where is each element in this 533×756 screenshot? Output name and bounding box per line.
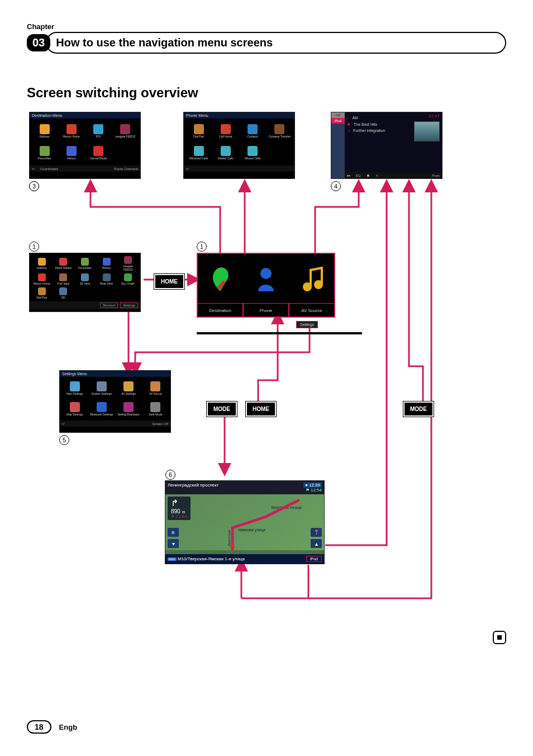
map-canvas[interactable]: ↱ 890 m ⚑ 2.1 km Миусская площа Чаянова … [165,494,324,550]
back-icon[interactable]: ↩ [32,167,35,171]
callout-3: 3 [29,181,39,191]
back-icon[interactable]: ↩ [62,422,65,426]
callout-1-right: 1 [197,242,207,252]
sc-address-icon[interactable]: Address [32,256,52,271]
destination-menu-screen: Destination Menu Address Return Home POI… [29,112,141,179]
sc-eco-icon[interactable]: Eco Graph [118,273,138,285]
destination-tab[interactable]: Destination [197,304,243,317]
av-sound-icon[interactable]: AV Sound [143,379,168,398]
av-settings-icon[interactable]: AV Settings [116,379,141,398]
sc-rearview-icon[interactable]: Rear View [97,273,117,285]
stop-control-icon[interactable]: ⏹ [367,174,370,177]
replicator-icon[interactable]: Setting Replicator [116,400,141,419]
dest-footer: ↩ Coordinates Route Overview [30,166,140,172]
callout-4: 4 [331,181,341,191]
system-settings-icon[interactable]: System Settings [89,379,114,398]
genre-label: Pops [432,174,440,177]
album-art [414,121,440,141]
map-ipod-button[interactable]: iPod [306,556,322,562]
contacts-transfer-icon[interactable]: Contacts Transfer [267,121,292,141]
cancel-route-icon[interactable]: Cancel Route [86,143,111,164]
top-menu-tabs: Destination Phone AV Source [197,304,335,317]
sc-feeds-icon[interactable]: navgate FEEDS [118,256,138,271]
sc-history-icon[interactable]: History [97,256,117,271]
shuffle-icon[interactable]: ⤮ [375,173,378,177]
phone-tab[interactable]: Phone [243,304,289,317]
sc-2d-icon[interactable]: 2D View [75,273,95,285]
dial-pad-icon[interactable]: Dial Pad [186,121,211,141]
sc-sd-icon[interactable]: SD [54,287,74,299]
zoom-in-icon[interactable]: ▴ [311,539,322,548]
favourites-icon[interactable]: Favourites [32,143,57,164]
sc-dialpad-icon[interactable]: Dial Pad [32,287,52,299]
header-row: 03 How to use the navigation menu screen… [27,32,506,54]
page-container: Chapter 03 How to use the navigation men… [0,0,533,756]
home-button-1[interactable]: HOME [154,274,184,289]
back-icon[interactable]: ↩ [186,167,189,171]
missed-calls-icon[interactable]: Missed Calls [240,143,265,164]
av-source-tab[interactable]: AV Source [289,304,335,317]
under-bar [197,332,362,334]
dialled-calls-icon[interactable]: Dialled Calls [213,143,238,164]
music-big-icon[interactable] [299,264,324,292]
dest-big-icon[interactable] [208,264,232,292]
page-title: How to use the navigation menu screens [56,36,496,49]
callout-5: 5 [59,435,69,445]
off-button[interactable]: Off [331,112,345,118]
poi-icon[interactable]: POI [86,121,111,141]
phone-big-icon[interactable] [254,264,278,292]
track-row: ♪Aki [347,115,440,121]
contacts-icon[interactable]: Contacts [240,121,265,141]
stop-icon [493,631,506,644]
navi-settings-icon[interactable]: Navi Settings [62,379,87,398]
eq-button[interactable]: EQ [356,174,361,177]
shortcut-menu-screen: Address Petrol Station Favourites Histor… [29,253,141,312]
history-icon[interactable]: History [59,143,84,164]
section-title: Screen switching overview [27,85,506,101]
call-home-icon[interactable]: Call Home [213,121,238,141]
home-button-2[interactable]: HOME [246,401,276,417]
top-street: Ленинградский проспект [168,483,218,493]
navgate-feeds-icon[interactable]: navgate FEEDS [113,121,138,141]
zoom-out-icon[interactable]: ▾ [168,539,179,548]
map-settings-icon[interactable]: Map Settings [62,400,87,419]
language-code: Engb [59,723,78,731]
settings-tab[interactable]: Settings [296,321,318,328]
bluetooth-settings-icon[interactable]: Bluetooth Settings [89,400,114,419]
bottom-street: М10/Тверская-Ямская 1-я улица [178,556,245,561]
sc-return-home-icon[interactable]: Return Home [32,273,52,285]
phone-menu-title: Phone Menu [184,112,294,119]
diagram: Destination Menu Address Return Home POI… [29,112,487,637]
av-screen: Off iPod 12:47 ♪Aki ◉The Best Hits ♫Furt… [331,112,442,179]
map-screen: Ленинградский проспект ● 12:39 ⚑ 12:54 ↱… [165,481,324,564]
svg-point-0 [260,268,272,279]
safe-mode-icon[interactable]: Safe Mode [143,400,168,419]
coordinates-link[interactable]: Coordinates [40,167,58,171]
sc-petrol-icon[interactable]: Petrol Station [54,256,74,271]
settings-small-tab[interactable]: Settings [120,303,138,308]
mode-button-2[interactable]: MODE [403,401,434,417]
map-time2: ⚑ 12:54 [306,488,322,493]
page-number: 18 [27,720,51,734]
ipod-button[interactable]: iPod [331,118,345,124]
settings-menu-title: Settings Menu [60,371,170,377]
av-sidebar: Off iPod [331,112,345,178]
mode-button-1[interactable]: MODE [207,401,237,417]
route-overview-link[interactable]: Route Overview [114,167,138,171]
sc-fuel-icon[interactable]: Fuel Input [54,273,74,285]
phone-menu-screen: Phone Menu Dial Pad Call Home Contacts C… [183,112,295,179]
screen-off-link[interactable]: Screen Off [152,422,168,426]
shortcut-tab[interactable]: Shortcut [100,303,118,308]
callout-6: 6 [165,470,175,480]
return-home-icon[interactable]: Return Home [59,121,84,141]
clock: 12:47 [429,114,440,119]
received-calls-icon[interactable]: Received Calls [186,143,211,164]
top-menu-screen: Destination Phone AV Source [197,253,335,318]
page-footer: 18 Engb [27,720,77,734]
address-icon[interactable]: Address [32,121,57,141]
pin-icon[interactable]: 📍 [311,528,322,537]
route-line [165,494,324,550]
layer-icon[interactable]: ≡ [168,528,179,537]
sc-favourites-icon[interactable]: Favourites [75,256,95,271]
prev-icon[interactable]: ⏮ [347,174,350,177]
